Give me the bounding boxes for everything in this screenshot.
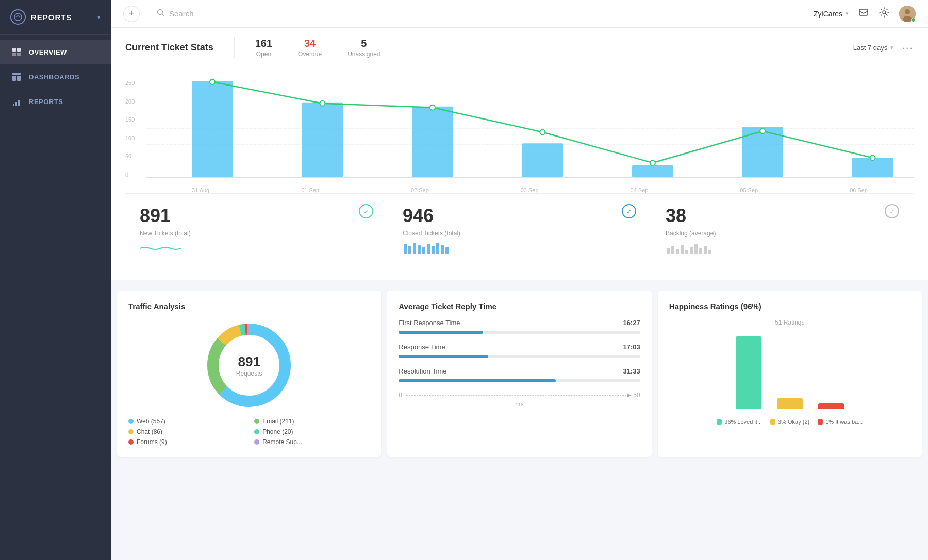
- svg-rect-36: [427, 244, 430, 254]
- traffic-analysis-title: Traffic Analysis: [128, 302, 370, 311]
- svg-rect-46: [690, 247, 693, 254]
- svg-rect-21: [632, 165, 673, 177]
- open-label: Open: [255, 50, 272, 58]
- reports-icon: [11, 96, 22, 107]
- stats-title: Current Ticket Stats: [125, 42, 213, 53]
- happiness-bar-bad: [818, 403, 844, 409]
- h-legend-loved: 96% Loved it...: [717, 419, 762, 425]
- donut-container: 891 Requests: [128, 319, 370, 412]
- svg-point-25: [320, 101, 325, 106]
- first-response-bar-bg: [399, 331, 640, 334]
- main-content: + Search ZylCares ▾: [111, 0, 928, 560]
- closed-tickets-label: Closed Tickets (total): [403, 230, 636, 237]
- svg-rect-18: [302, 103, 343, 177]
- legend-web: Web (557): [128, 418, 244, 425]
- sidebar-item-label-reports: REPORTS: [29, 98, 63, 106]
- search-area[interactable]: Search: [157, 9, 805, 19]
- unassigned-count: 5: [347, 38, 380, 49]
- stat-card-backlog: ✓ 38 Backlog (average): [651, 194, 914, 268]
- topbar-right: ZylCares ▾: [814, 6, 916, 22]
- response-label: Response Time: [399, 343, 445, 351]
- legend-phone: Phone (20): [254, 428, 370, 435]
- unassigned-label: Unassigned: [347, 50, 380, 58]
- h-legend-loved-dot: [717, 419, 722, 425]
- scale-arrow: [406, 395, 629, 396]
- svg-rect-37: [432, 246, 435, 254]
- search-label: Search: [169, 9, 194, 18]
- main-chart-section: 050100150200250: [111, 67, 928, 284]
- svg-rect-8: [13, 104, 14, 106]
- reply-item-response: Response Time 17:03: [399, 343, 640, 358]
- svg-rect-49: [704, 246, 707, 254]
- happiness-legend: 96% Loved it... 3% Okay (2) 1% It was ba…: [669, 419, 910, 425]
- sidebar-logo: [10, 9, 26, 25]
- notifications-icon[interactable]: [858, 7, 869, 21]
- svg-rect-50: [708, 250, 711, 254]
- add-button[interactable]: +: [123, 6, 140, 22]
- closed-tickets-sparkline: [403, 242, 636, 257]
- svg-rect-47: [694, 244, 698, 254]
- svg-rect-35: [422, 247, 425, 254]
- legend-email: Email (211): [254, 418, 370, 425]
- backlog-sparkline: [666, 242, 899, 257]
- chart-svg: [146, 80, 914, 177]
- stat-card-new-tickets: ✓ 891 New Tickets (total): [125, 194, 388, 268]
- sidebar-item-overview[interactable]: OVERVIEW: [0, 40, 111, 64]
- happiness-title: Happiness Ratings (96%): [669, 302, 910, 311]
- stats-right: Last 7 days ▾ ···: [853, 42, 914, 54]
- reply-time-panel: Average Ticket Reply Time First Response…: [387, 291, 651, 457]
- happiness-panel: Happiness Ratings (96%) 51 Ratings: [658, 291, 922, 457]
- period-select[interactable]: Last 7 days ▾: [853, 44, 894, 52]
- svg-point-0: [14, 13, 22, 21]
- stat-cards: ✓ 891 New Tickets (total) ✓ 946 Closed T…: [125, 193, 914, 268]
- chart-y-labels: 050100150200250: [125, 80, 141, 178]
- chart-area: [146, 80, 914, 178]
- dashboards-icon: [11, 72, 22, 82]
- svg-rect-39: [441, 245, 444, 254]
- user-chevron-icon: ▾: [846, 10, 849, 17]
- sidebar-item-reports[interactable]: REPORTS: [0, 89, 111, 114]
- sidebar-header[interactable]: REPORTS ▾: [0, 0, 111, 35]
- legend-email-dot: [254, 419, 259, 424]
- svg-point-26: [430, 105, 435, 110]
- chart-container: 050100150200250: [125, 80, 914, 193]
- hbar-okay: [777, 398, 803, 409]
- user-menu[interactable]: ZylCares ▾: [814, 10, 849, 18]
- content-area: Current Ticket Stats 161 Open 34 Overdue…: [111, 28, 928, 560]
- overview-icon: [11, 47, 22, 57]
- legend-remote-label: Remote Sup...: [262, 438, 302, 446]
- svg-point-13: [883, 11, 886, 14]
- hbar-loved: [736, 336, 761, 409]
- new-tickets-check-icon: ✓: [359, 204, 373, 218]
- legend-phone-label: Phone (20): [262, 428, 293, 435]
- response-time: 17:03: [623, 343, 640, 351]
- svg-rect-3: [12, 53, 16, 56]
- svg-point-30: [870, 155, 875, 160]
- legend-forums: Forums (9): [128, 438, 244, 446]
- open-count: 161: [255, 38, 272, 49]
- reply-time-title: Average Ticket Reply Time: [399, 302, 640, 311]
- h-legend-okay: 3% Okay (2): [770, 419, 809, 425]
- h-legend-okay-label: 3% Okay (2): [778, 419, 809, 425]
- avatar[interactable]: [899, 6, 916, 22]
- stat-card-closed-tickets: ✓ 946 Closed Tickets (total): [388, 194, 651, 268]
- overdue-count: 34: [298, 38, 322, 49]
- overdue-label: Overdue: [298, 50, 322, 58]
- sidebar-item-dashboards[interactable]: DASHBOARDS: [0, 64, 111, 89]
- response-bar-bg: [399, 355, 640, 358]
- backlog-label: Backlog (average): [666, 230, 899, 237]
- backlog-number: 38: [666, 205, 899, 227]
- stats-divider: [234, 37, 235, 58]
- legend-remote-dot: [254, 439, 259, 445]
- svg-rect-40: [445, 247, 449, 254]
- first-response-bar: [399, 331, 483, 334]
- more-options-button[interactable]: ···: [902, 42, 914, 54]
- scale-end: 50: [633, 392, 640, 399]
- legend-phone-dot: [254, 429, 259, 434]
- sidebar-nav: OVERVIEW DASHBOARDS REPORTS: [0, 35, 111, 119]
- resolution-time: 31:33: [623, 367, 640, 375]
- chart-x-labels: 31 Aug 01 Sep 02 Sep 03 Sep 04 Sep 05 Se…: [146, 187, 914, 193]
- svg-rect-48: [699, 248, 702, 254]
- settings-icon[interactable]: [879, 7, 890, 21]
- stats-header: Current Ticket Stats 161 Open 34 Overdue…: [111, 28, 928, 67]
